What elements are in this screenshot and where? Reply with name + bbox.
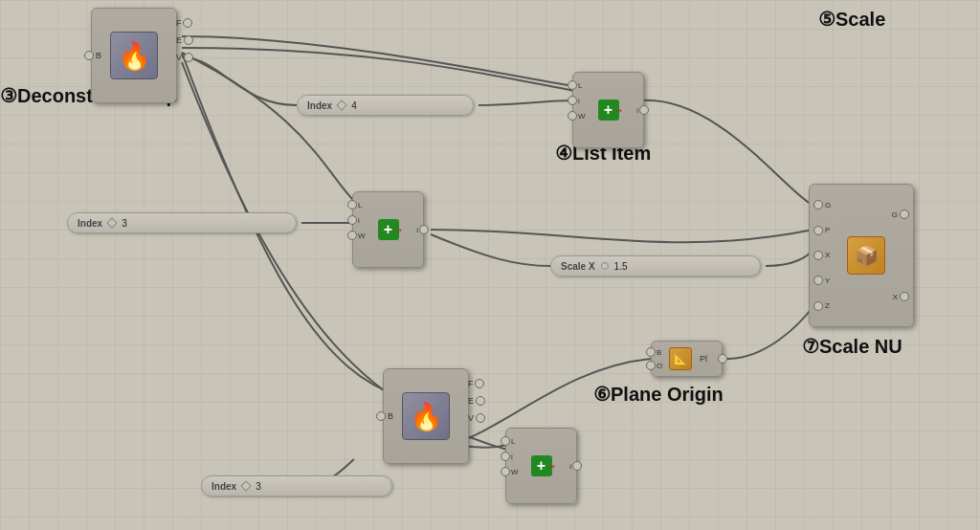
green-plus-bot: + → xyxy=(531,455,552,476)
scale-x-circle xyxy=(601,262,609,270)
list-bot-center: + → xyxy=(506,429,576,503)
scale-x-value: 1.5 xyxy=(614,261,628,272)
port-e xyxy=(184,35,193,45)
scale-nu-left-ports: G P X Y Z xyxy=(810,185,843,326)
green-plus-mid: + → xyxy=(378,219,399,240)
plane-origin-label: ⑥Plane Origin xyxy=(593,383,724,406)
port-y-left xyxy=(813,276,823,285)
port-v-2 xyxy=(476,413,485,423)
brep-node-2[interactable]: B 🔥 F E V xyxy=(383,368,469,464)
list-top-center: + → xyxy=(573,73,643,147)
red-arrow-mid: → xyxy=(391,222,405,237)
plane-icon-area: 📐 xyxy=(669,347,692,370)
port-f-2 xyxy=(475,379,484,388)
port-i-right-top xyxy=(639,105,649,115)
brep-icon-1: 🔥 xyxy=(110,32,158,79)
brep-node-2-right-ports: F E V xyxy=(468,379,485,423)
scale-nu-inner: G P X Y Z 📦 G xyxy=(810,185,913,326)
brep-node-1[interactable]: B 🔥 F E V xyxy=(91,8,177,103)
list-item-node-top[interactable]: L i W + → i xyxy=(572,72,644,148)
port-p-left xyxy=(813,226,823,235)
port-e-label: E xyxy=(176,35,182,45)
index-3-bot-diamond xyxy=(240,480,251,491)
green-plus-top: + → xyxy=(598,99,619,121)
index-3-top-input[interactable]: Index 3 xyxy=(67,212,297,233)
index-4-value: 4 xyxy=(351,100,357,111)
port-pl-right xyxy=(718,354,727,364)
fire-icon-2: 🔥 xyxy=(410,401,443,432)
list-item-node-bottom[interactable]: L i W + → i xyxy=(505,428,577,504)
index-4-label: Index xyxy=(307,100,332,111)
red-arrow-top: → xyxy=(612,102,625,118)
brep-node-1-left-ports: B xyxy=(84,51,101,60)
port-b-1 xyxy=(84,51,94,60)
port-b-label: B xyxy=(96,51,101,60)
port-v-2-label: V xyxy=(468,413,474,423)
port-v-label: V xyxy=(176,53,182,62)
port-g-left xyxy=(813,200,823,210)
index-3-bot-label: Index xyxy=(212,481,236,492)
index-4-input[interactable]: Index 4 xyxy=(297,95,474,116)
port-e-2 xyxy=(476,396,485,406)
index-3-top-diamond xyxy=(106,217,117,228)
brep-node-2-left-ports: B xyxy=(376,411,393,421)
scale-nu-icon: 📦 xyxy=(847,236,885,275)
list-top-right-port: i xyxy=(636,105,649,115)
scale-label: ⑤Scale xyxy=(818,8,885,31)
brep-node-1-right-ports: F E V xyxy=(176,18,193,62)
scale-nu-center: 📦 xyxy=(843,185,889,326)
fire-icon-1: 🔥 xyxy=(118,40,151,72)
index-3-bot-value: 3 xyxy=(256,481,261,492)
scale-x-input[interactable]: Scale X 1.5 xyxy=(550,255,761,276)
index-3-top-label: Index xyxy=(78,218,102,229)
list-item-node-middle[interactable]: L i W + → i xyxy=(352,191,424,268)
port-f xyxy=(183,18,192,28)
port-i-right-bot xyxy=(572,461,582,471)
port-g-right xyxy=(900,210,909,219)
list-mid-center: + → xyxy=(353,192,423,267)
scale-nu-node[interactable]: G P X Y Z 📦 G xyxy=(809,184,914,327)
brep-icon-2: 🔥 xyxy=(402,392,450,440)
port-f-label: F xyxy=(176,18,182,28)
port-x-left xyxy=(813,251,823,260)
port-v xyxy=(184,53,193,62)
plane-left-ports: B O xyxy=(646,347,662,370)
port-f-2-label: F xyxy=(468,379,474,388)
plane-icon: 📐 xyxy=(669,347,692,370)
plane-right-port xyxy=(718,354,727,364)
scale-x-label: Scale X xyxy=(561,261,595,272)
index-3-bottom-input[interactable]: Index 3 xyxy=(201,475,392,497)
index-3-top-value: 3 xyxy=(122,218,127,229)
port-x-right xyxy=(900,292,909,301)
port-z-left xyxy=(813,301,823,311)
port-b-plane xyxy=(646,347,656,357)
list-bot-right-port: i xyxy=(569,461,582,471)
plane-origin-inner: B O 📐 Pl xyxy=(652,342,722,376)
plane-origin-node[interactable]: B O 📐 Pl xyxy=(651,341,723,377)
red-arrow-bot: → xyxy=(545,458,558,474)
plane-pl-label: Pl xyxy=(700,354,707,364)
scale-nu-right-ports: G X xyxy=(889,185,913,326)
port-i-right-mid xyxy=(419,225,429,234)
scale-nu-label: ⑦Scale NU xyxy=(802,335,902,358)
port-b-2 xyxy=(376,411,386,421)
port-b-2-label: B xyxy=(388,411,393,421)
list-mid-right-port: i xyxy=(416,225,429,234)
index-4-diamond xyxy=(336,99,346,110)
port-e-2-label: E xyxy=(468,396,474,406)
port-o-plane xyxy=(646,361,656,370)
